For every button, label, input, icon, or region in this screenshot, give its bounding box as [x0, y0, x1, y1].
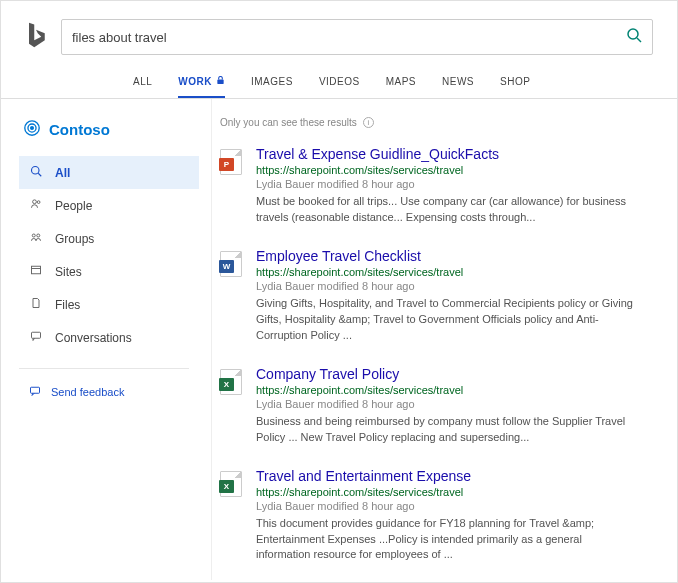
- tab-videos[interactable]: VIDEOS: [319, 67, 360, 98]
- tab-label: VIDEOS: [319, 76, 360, 87]
- privacy-text: Only you can see these results: [220, 117, 357, 128]
- result-title[interactable]: Employee Travel Checklist: [256, 248, 653, 264]
- info-icon[interactable]: i: [363, 117, 374, 128]
- org-name: Contoso: [49, 121, 110, 138]
- scope-tabs: ALL WORK IMAGES VIDEOS MAPS NEWS SHOP: [1, 67, 677, 99]
- tab-maps[interactable]: MAPS: [386, 67, 416, 98]
- result-item: X Travel and Entertainment Expense https…: [220, 468, 653, 564]
- result-title[interactable]: Company Travel Policy: [256, 366, 653, 382]
- sidebar: Contoso All People Groups Sites Files: [1, 99, 211, 580]
- feedback-label: Send feedback: [51, 386, 124, 398]
- groups-icon: [29, 231, 43, 246]
- sites-icon: [29, 264, 43, 279]
- tab-shop[interactable]: SHOP: [500, 67, 530, 98]
- search-box[interactable]: [61, 19, 653, 55]
- search-input[interactable]: [72, 30, 626, 45]
- sidebar-label: Conversations: [55, 331, 132, 345]
- svg-point-11: [37, 234, 40, 237]
- svg-point-5: [31, 127, 34, 130]
- svg-rect-12: [32, 266, 41, 274]
- privacy-note: Only you can see these results i: [220, 117, 653, 128]
- result-url: https://sharepoint.com/sites/services/tr…: [256, 486, 653, 498]
- result-meta: Lydia Bauer modified 8 hour ago: [256, 280, 653, 292]
- result-meta: Lydia Bauer modified 8 hour ago: [256, 398, 653, 410]
- tab-images[interactable]: IMAGES: [251, 67, 293, 98]
- send-feedback-link[interactable]: Send feedback: [19, 379, 211, 405]
- search-small-icon: [29, 165, 43, 180]
- feedback-icon: [29, 385, 41, 399]
- bing-logo[interactable]: [25, 21, 47, 53]
- tab-all[interactable]: ALL: [133, 67, 152, 98]
- sidebar-item-people[interactable]: People: [19, 189, 199, 222]
- svg-point-10: [32, 234, 35, 237]
- sidebar-item-conversations[interactable]: Conversations: [19, 321, 199, 354]
- target-icon: [23, 119, 41, 140]
- result-snippet: This document provides guidance for FY18…: [256, 516, 636, 564]
- svg-rect-15: [31, 387, 40, 393]
- excel-file-icon: X: [220, 369, 242, 395]
- sidebar-label: People: [55, 199, 92, 213]
- sidebar-label: Files: [55, 298, 80, 312]
- result-url: https://sharepoint.com/sites/services/tr…: [256, 164, 653, 176]
- sidebar-label: Groups: [55, 232, 94, 246]
- sidebar-label: Sites: [55, 265, 82, 279]
- result-item: P Travel & Expense Guidline_QuickFacts h…: [220, 146, 653, 226]
- people-icon: [29, 198, 43, 213]
- sidebar-item-sites[interactable]: Sites: [19, 255, 199, 288]
- result-item: W Employee Travel Checklist https://shar…: [220, 248, 653, 344]
- result-title[interactable]: Travel and Entertainment Expense: [256, 468, 653, 484]
- result-item: X Company Travel Policy https://sharepoi…: [220, 366, 653, 446]
- result-title[interactable]: Travel & Expense Guidline_QuickFacts: [256, 146, 653, 162]
- result-meta: Lydia Bauer modified 8 hour ago: [256, 500, 653, 512]
- result-snippet: Must be booked for all trips... Use comp…: [256, 194, 636, 226]
- results-panel: Only you can see these results i P Trave…: [211, 99, 677, 580]
- result-url: https://sharepoint.com/sites/services/tr…: [256, 266, 653, 278]
- svg-point-9: [37, 201, 40, 204]
- tab-news[interactable]: NEWS: [442, 67, 474, 98]
- tab-label: NEWS: [442, 76, 474, 87]
- tab-label: SHOP: [500, 76, 530, 87]
- lock-icon: [216, 76, 225, 87]
- sidebar-item-all[interactable]: All: [19, 156, 199, 189]
- divider: [19, 368, 189, 369]
- result-snippet: Giving Gifts, Hospitality, and Travel to…: [256, 296, 636, 344]
- result-snippet: Business and being reimbursed by company…: [256, 414, 636, 446]
- sidebar-label: All: [55, 166, 70, 180]
- sidebar-item-files[interactable]: Files: [19, 288, 199, 321]
- result-url: https://sharepoint.com/sites/services/tr…: [256, 384, 653, 396]
- tab-label: ALL: [133, 76, 152, 87]
- powerpoint-file-icon: P: [220, 149, 242, 175]
- excel-file-icon: X: [220, 471, 242, 497]
- tab-label: WORK: [178, 76, 212, 87]
- conversations-icon: [29, 330, 43, 345]
- org-title: Contoso: [19, 119, 211, 140]
- files-icon: [29, 297, 43, 312]
- svg-line-1: [637, 38, 641, 42]
- svg-point-8: [33, 200, 37, 204]
- tab-work[interactable]: WORK: [178, 67, 225, 98]
- sidebar-item-groups[interactable]: Groups: [19, 222, 199, 255]
- svg-point-6: [32, 167, 40, 175]
- svg-line-7: [38, 173, 41, 176]
- svg-rect-14: [32, 332, 41, 338]
- word-file-icon: W: [220, 251, 242, 277]
- tab-label: MAPS: [386, 76, 416, 87]
- result-meta: Lydia Bauer modified 8 hour ago: [256, 178, 653, 190]
- svg-rect-2: [217, 80, 223, 85]
- tab-label: IMAGES: [251, 76, 293, 87]
- search-icon[interactable]: [626, 27, 642, 47]
- svg-point-0: [628, 29, 638, 39]
